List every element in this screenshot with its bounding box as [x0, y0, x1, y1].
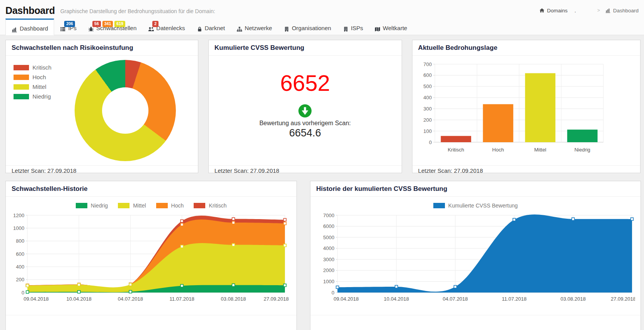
cvss-history-legend: Kumulierte CVSS Bewertung	[316, 200, 635, 211]
tab-netzwerke[interactable]: Netzwerke	[231, 19, 278, 35]
breadcrumb-dashboard-label: Dashboard	[613, 8, 639, 14]
building-icon	[284, 26, 290, 32]
tab-label: Darknet	[205, 25, 225, 31]
legend-item-hoch[interactable]: Hoch	[156, 202, 184, 209]
svg-text:5000: 5000	[323, 235, 334, 240]
svg-text:0: 0	[429, 139, 431, 145]
card-title: Schwachstellen-Historie	[12, 185, 291, 193]
chart-bar-icon	[605, 8, 611, 13]
card-risk-distribution: Schwachstellen nach Risikoeinstufung Kri…	[5, 40, 198, 173]
card-header: Historie der kumulierten CVSS Bewertung	[310, 181, 641, 197]
tab-darknet[interactable]: Darknet	[191, 19, 231, 35]
legend-item-niedrig[interactable]: Niedrig	[76, 202, 108, 209]
list-icon	[60, 26, 66, 32]
tab-label: ISPs	[351, 25, 363, 31]
svg-text:500: 500	[423, 83, 432, 89]
dashboard-page: Dashboard Graphische Darstellung der Bed…	[0, 0, 644, 330]
svg-text:1200: 1200	[13, 213, 24, 218]
card-cvss-score: Kumulierte CVSS Bewertung 6652 Bewertung…	[208, 40, 402, 173]
tab-weltkarte[interactable]: Weltkarte	[369, 19, 413, 35]
svg-text:100: 100	[423, 128, 432, 134]
tab-dashboard[interactable]: Dashboard	[5, 19, 54, 35]
tab-label: Datenlecks	[156, 25, 185, 31]
legend-swatch	[194, 203, 205, 208]
legend-label: Kritisch	[32, 64, 51, 71]
card-header: Kumulierte CVSS Bewertung	[209, 40, 402, 56]
cvss-history-chart: 0100020003000400050006000700009.04.20181…	[316, 211, 635, 309]
breadcrumb-domains[interactable]: Domains	[539, 8, 567, 14]
svg-text:4000: 4000	[323, 245, 334, 251]
risk-legend: KritischHochMittelNiedrig	[14, 64, 51, 100]
svg-text:7000: 7000	[323, 213, 334, 218]
bug-icon	[88, 26, 94, 32]
legend-item-kritisch[interactable]: Kritisch	[14, 64, 51, 71]
cvss-history-area: Kumulierte CVSS Bewertung 01000200030004…	[310, 197, 641, 315]
svg-text:27.09.2018: 27.09.2018	[611, 296, 635, 302]
chart-bar-icon	[12, 27, 17, 32]
dashboard-content: Schwachstellen nach Risikoeinstufung Kri…	[0, 35, 644, 330]
vulnerability-history-area: NiedrigMittelHochKritisch 02004006008001…	[6, 197, 296, 315]
tab-label: Dashboard	[20, 25, 48, 32]
svg-text:10.04.2018: 10.04.2018	[66, 296, 92, 302]
legend-label: Niedrig	[32, 93, 51, 100]
tab-datenlecks[interactable]: 2Datenlecks	[142, 19, 191, 35]
legend-item-hoch[interactable]: Hoch	[14, 74, 51, 80]
card-title: Historie der kumulierten CVSS Bewertung	[316, 185, 635, 193]
legend-item-mittel[interactable]: Mittel	[14, 83, 51, 90]
tab-label: Weltkarte	[383, 25, 407, 31]
threat-bar-area: 0100200300400500600700KritischHochMittel…	[412, 56, 640, 165]
legend-item-mittel[interactable]: Mittel	[118, 202, 146, 209]
card-footer	[310, 315, 641, 330]
lock-icon	[197, 26, 203, 32]
legend-swatch	[433, 203, 445, 208]
count-badge: 341	[102, 21, 113, 27]
svg-text:09.04.2018: 09.04.2018	[24, 296, 49, 302]
legend-swatch	[118, 203, 129, 208]
svg-text:Hoch: Hoch	[492, 147, 504, 153]
card-cvss-history: Historie der kumulierten CVSS Bewertung …	[310, 181, 641, 330]
svg-text:03.08.2018: 03.08.2018	[561, 296, 586, 302]
svg-text:10.04.2018: 10.04.2018	[384, 296, 409, 302]
building-icon	[343, 26, 349, 32]
last-scan-label: Letzter Scan: 27.09.2018	[6, 165, 198, 176]
tab-ips[interactable]: 206IPs	[54, 19, 82, 35]
legend-swatch	[14, 94, 29, 99]
svg-text:0: 0	[22, 290, 24, 296]
svg-text:Niedrig: Niedrig	[574, 147, 590, 153]
page-subtitle: Graphische Darstellung der Bedrohungssit…	[60, 8, 215, 14]
risk-donut-area: KritischHochMittelNiedrig	[6, 56, 198, 165]
card-vulnerability-history: Schwachstellen-Historie NiedrigMittelHoc…	[5, 181, 297, 330]
svg-text:09.04.2018: 09.04.2018	[334, 296, 359, 302]
card-header: Aktuelle Bedrohungslage	[412, 40, 640, 56]
legend-swatch	[14, 84, 29, 90]
trend-down-icon	[298, 104, 312, 117]
svg-text:Kritisch: Kritisch	[448, 147, 464, 153]
legend-item-kritisch[interactable]: Kritisch	[194, 202, 227, 209]
tab-isps[interactable]: ISPs	[337, 19, 369, 35]
users-icon	[148, 26, 154, 32]
legend-label: Niedrig	[91, 202, 108, 209]
breadcrumb-dashboard: Dashboard	[605, 8, 639, 14]
svg-text:03.08.2018: 03.08.2018	[221, 296, 246, 302]
card-header: Schwachstellen-Historie	[6, 181, 296, 197]
last-scan-label: Letzter Scan: 27.09.2018	[209, 165, 402, 176]
breadcrumb-domain-redacted: .	[574, 8, 576, 14]
tab-label: Netzwerke	[245, 25, 272, 31]
svg-text:800: 800	[16, 238, 24, 244]
svg-text:200: 200	[423, 117, 432, 123]
tab-organisationen[interactable]: Organisationen	[278, 19, 337, 35]
tab-schwachstellen[interactable]: 56341619Schwachstellen	[82, 19, 142, 35]
donut-hole	[102, 87, 148, 134]
legend-swatch	[14, 65, 29, 70]
last-scan-label: Letzter Scan: 27.09.2018	[412, 165, 640, 176]
svg-text:27.09.2018: 27.09.2018	[264, 296, 289, 302]
breadcrumb-domains-label: Domains	[547, 8, 567, 14]
legend-swatch	[156, 203, 168, 208]
legend-item-kumulierte-cvss-bewertung[interactable]: Kumulierte CVSS Bewertung	[433, 202, 518, 209]
svg-text:600: 600	[423, 72, 432, 78]
threat-bar-chart: 0100200300400500600700KritischHochMittel…	[418, 60, 607, 161]
legend-item-niedrig[interactable]: Niedrig	[14, 93, 51, 100]
card-footer	[6, 315, 296, 330]
svg-text:11.07.2018: 11.07.2018	[502, 296, 526, 302]
svg-text:400: 400	[423, 95, 432, 100]
